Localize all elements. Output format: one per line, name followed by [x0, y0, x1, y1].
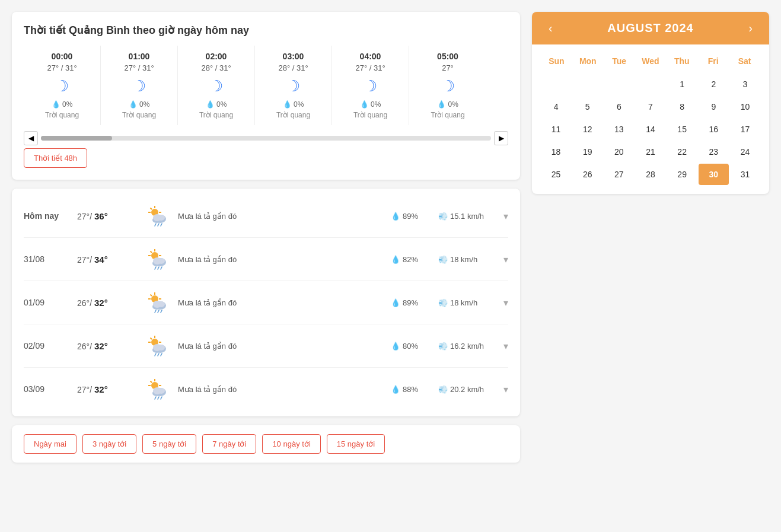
svg-line-39 — [155, 310, 156, 313]
moon-icon: ☽ — [418, 77, 477, 95]
daily-expand-btn[interactable]: ▾ — [503, 254, 508, 265]
hourly-card: Thời tiết Quảng Bình theo giờ ngày hôm n… — [12, 12, 520, 180]
nav-btn[interactable]: 3 ngày tới — [82, 434, 136, 454]
hourly-desc: Trời quang — [264, 111, 323, 119]
calendar-day[interactable]: 19 — [572, 141, 603, 163]
daily-precip: 💧89% — [391, 212, 432, 221]
svg-line-69 — [161, 397, 162, 399]
svg-line-67 — [155, 397, 156, 399]
wind-icon: 💨 — [438, 255, 448, 264]
nav-btn[interactable]: 10 ngày tới — [262, 434, 320, 454]
calendar-day[interactable]: 20 — [604, 141, 634, 163]
calendar-day — [541, 74, 571, 95]
daily-precip: 💧82% — [391, 255, 432, 264]
daily-expand-btn[interactable]: ▾ — [503, 340, 508, 352]
daily-desc: Mưa lá tả gần đó — [178, 385, 385, 394]
scroll-controls: ◀ ▶ — [24, 131, 508, 145]
calendar-day[interactable]: 22 — [667, 141, 697, 163]
svg-line-25 — [155, 267, 156, 269]
calendar-day[interactable]: 10 — [730, 96, 760, 117]
calendar-day[interactable]: 28 — [635, 164, 665, 185]
calendar-day[interactable]: 11 — [541, 119, 571, 140]
calendar-day[interactable]: 14 — [635, 119, 665, 140]
hourly-item: 03:00 28° / 31° ☽ 💧 0% Trời quang — [255, 46, 332, 125]
daily-date: 01/09 — [24, 298, 71, 307]
daily-temp: 26°/ 32° — [77, 341, 136, 351]
svg-line-11 — [155, 224, 156, 226]
daily-expand-btn[interactable]: ▾ — [503, 384, 508, 395]
svg-line-54 — [158, 353, 159, 356]
svg-line-33 — [151, 295, 152, 297]
daily-row: Hôm nay 27°/ 36° Mưa lá tả gần đó 💧89% 💨… — [24, 195, 508, 238]
calendar-prev-btn[interactable]: ‹ — [544, 21, 557, 35]
calendar-day[interactable]: 21 — [635, 141, 665, 163]
calendar-day[interactable]: 31 — [730, 164, 760, 185]
calendar-card: ‹ AUGUST 2024 › SunMonTueWedThuFriSat 12… — [532, 12, 769, 194]
svg-line-26 — [158, 267, 159, 269]
hourly-precip: 💧 0% — [187, 100, 246, 109]
calendar-day[interactable]: 29 — [667, 164, 697, 185]
calendar-title: AUGUST 2024 — [607, 21, 694, 35]
calendar-day[interactable]: 12 — [572, 119, 603, 140]
moon-icon: ☽ — [187, 77, 246, 95]
svg-line-27 — [161, 267, 162, 269]
svg-line-61 — [151, 381, 152, 383]
drop-icon: 💧 — [391, 255, 400, 264]
daily-desc: Mưa lá tả gần đó — [178, 298, 385, 307]
scroll-right-btn[interactable]: ▶ — [494, 131, 508, 145]
wind-icon: 💨 — [438, 298, 448, 307]
calendar-day[interactable]: 17 — [730, 119, 760, 140]
calendar-day[interactable]: 5 — [572, 96, 603, 117]
calendar-day[interactable]: 13 — [604, 119, 634, 140]
daily-temp: 27°/ 36° — [77, 211, 136, 221]
calendar-day[interactable]: 7 — [635, 96, 665, 117]
svg-line-13 — [161, 224, 162, 226]
daily-expand-btn[interactable]: ▾ — [503, 211, 508, 222]
calendar-day[interactable]: 26 — [572, 164, 603, 185]
daily-wind: 💨18 km/h — [438, 298, 498, 307]
nav-btn[interactable]: 15 ngày tới — [327, 434, 385, 454]
daily-desc: Mưa lá tả gần đó — [178, 255, 385, 264]
nav-btn[interactable]: Ngày mai — [24, 434, 76, 454]
right-panel: ‹ AUGUST 2024 › SunMonTueWedThuFriSat 12… — [532, 12, 769, 520]
calendar-day[interactable]: 15 — [667, 119, 697, 140]
calendar-day[interactable]: 18 — [541, 141, 571, 163]
calendar-day[interactable]: 16 — [699, 119, 729, 140]
daily-desc: Mưa lá tả gần đó — [178, 212, 385, 221]
calendar-next-btn[interactable]: › — [744, 21, 757, 35]
forecast-48h-btn[interactable]: Thời tiết 48h — [24, 148, 87, 168]
calendar-day[interactable]: 2 — [699, 74, 729, 95]
calendar-day[interactable]: 3 — [730, 74, 760, 95]
svg-point-10 — [158, 215, 165, 221]
hourly-time: 05:00 — [418, 52, 477, 61]
calendar-day[interactable]: 8 — [667, 96, 697, 117]
wind-icon: 💨 — [438, 342, 448, 351]
calendar-day[interactable]: 25 — [541, 164, 571, 185]
nav-btn[interactable]: 7 ngày tới — [202, 434, 256, 454]
calendar-day[interactable]: 4 — [541, 96, 571, 117]
svg-line-47 — [151, 338, 152, 340]
hourly-time: 00:00 — [33, 52, 91, 61]
scroll-left-btn[interactable]: ◀ — [24, 131, 38, 145]
calendar-weekday: Sun — [541, 53, 572, 69]
hourly-precip: 💧 0% — [341, 100, 400, 109]
left-panel: Thời tiết Quảng Bình theo giờ ngày hôm n… — [12, 12, 520, 520]
calendar-day[interactable]: 1 — [667, 74, 697, 95]
daily-date: 03/09 — [24, 384, 71, 394]
calendar-day[interactable]: 6 — [604, 96, 634, 117]
nav-btn[interactable]: 5 ngày tới — [142, 434, 196, 454]
daily-expand-btn[interactable]: ▾ — [503, 297, 508, 308]
calendar-day — [604, 74, 634, 95]
drop-icon: 💧 — [391, 298, 400, 307]
calendar-day[interactable]: 30 — [699, 164, 729, 185]
calendar-day[interactable]: 27 — [604, 164, 634, 185]
svg-line-68 — [158, 397, 159, 399]
calendar-weekday: Fri — [697, 53, 729, 69]
calendar-day[interactable]: 9 — [699, 96, 729, 117]
calendar-day[interactable]: 23 — [699, 141, 729, 163]
daily-wind: 💨16.2 km/h — [438, 342, 498, 351]
moon-icon: ☽ — [341, 77, 400, 95]
moon-icon: ☽ — [264, 77, 323, 95]
calendar-day[interactable]: 24 — [730, 141, 760, 163]
daily-row: 01/09 26°/ 32° Mưa lá tả gần đó 💧89% 💨18… — [24, 281, 508, 324]
